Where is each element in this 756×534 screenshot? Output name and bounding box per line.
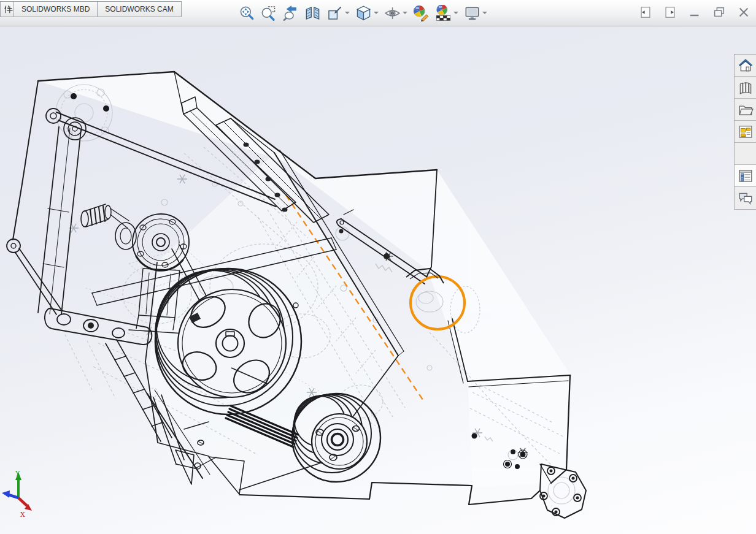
collapse-left-pane-button[interactable] — [638, 5, 653, 20]
ball-checker-icon — [435, 5, 452, 21]
heads-up-toolbar — [237, 2, 488, 24]
apply-scene-group — [434, 3, 459, 23]
home-icon — [738, 58, 754, 74]
tab-partial[interactable]: 件 — [0, 1, 14, 17]
close-icon — [737, 6, 750, 19]
view-orientation-icon — [326, 5, 343, 21]
previous-view-icon — [282, 5, 299, 21]
view-palette-icon — [738, 124, 754, 140]
edit-appearance-button[interactable] — [412, 3, 430, 23]
zoom-area-icon — [260, 5, 277, 21]
minimize-icon — [688, 6, 701, 19]
view-orientation-button[interactable] — [325, 3, 344, 23]
task-pane-tab-view-palette[interactable] — [735, 121, 756, 143]
custom-properties-icon — [738, 168, 754, 184]
tab-solidworks-cam[interactable]: SOLIDWORKS CAM — [97, 1, 181, 17]
display-style-dropdown[interactable] — [372, 3, 379, 23]
close-button[interactable] — [736, 5, 751, 20]
restore-button[interactable] — [712, 5, 727, 20]
hide-show-items-dropdown[interactable] — [401, 3, 408, 23]
window-controls — [638, 5, 751, 20]
tab-solidworks-mbd[interactable]: SOLIDWORKS MBD — [14, 1, 98, 17]
file-explorer-icon — [738, 102, 754, 118]
cjk-character-glyph — [4, 4, 13, 14]
forum-icon — [738, 190, 754, 206]
view-orientation-dropdown[interactable] — [344, 3, 350, 23]
task-pane-tab-design-library[interactable] — [735, 77, 756, 99]
restore-icon — [712, 6, 726, 19]
display-style-group — [354, 3, 379, 23]
pane-right-icon — [663, 6, 677, 19]
tab-label: SOLIDWORKS CAM — [105, 5, 173, 13]
pane-left-icon — [639, 6, 652, 19]
view-settings-dropdown[interactable] — [481, 3, 488, 23]
display-style-icon — [355, 5, 372, 21]
view-orientation-group — [325, 3, 350, 23]
minimize-button[interactable] — [687, 5, 702, 20]
hide-show-items-button[interactable] — [383, 3, 401, 23]
apply-scene-dropdown[interactable] — [452, 3, 459, 23]
collapse-right-pane-button[interactable] — [663, 5, 677, 20]
previous-view-group — [281, 3, 299, 23]
top-bar: 件SOLIDWORKS MBDSOLIDWORKS CAM — [0, 0, 756, 26]
zoom-fit-icon — [238, 5, 255, 21]
zoom-to-area-group — [259, 3, 277, 23]
task-pane-tab-custom-properties[interactable] — [735, 165, 756, 187]
design-library-icon — [738, 80, 754, 96]
eye-icon — [384, 5, 401, 21]
edit-appearance-group — [412, 3, 430, 23]
section-view-group — [303, 3, 322, 23]
graphics-area[interactable] — [0, 26, 756, 534]
solidworks-window: Y X 件SOLIDWORKS MBDSOLIDWORKS CAM — [0, 0, 756, 534]
monitor-icon — [464, 5, 480, 21]
task-pane-tabs — [734, 54, 756, 210]
display-style-button[interactable] — [354, 3, 372, 23]
hide-show-items-group — [383, 3, 408, 23]
zoom-to-fit-group — [237, 3, 255, 23]
apply-scene-button[interactable] — [434, 3, 452, 23]
zoom-to-fit-button[interactable] — [237, 3, 255, 23]
task-pane-tab-solidworks-resources[interactable] — [735, 55, 756, 77]
view-settings-button[interactable] — [463, 3, 481, 23]
section-view-icon — [304, 5, 321, 21]
ball-pencil-icon — [413, 5, 430, 21]
tab-label: SOLIDWORKS MBD — [21, 5, 90, 13]
section-view-button[interactable] — [303, 3, 322, 23]
previous-view-button[interactable] — [281, 3, 299, 23]
task-pane-tab-appearances-scenes[interactable] — [735, 143, 756, 165]
task-pane-tab-solidworks-forum[interactable] — [735, 187, 756, 209]
appearances-icon — [738, 146, 754, 162]
commandmanager-tabs: 件SOLIDWORKS MBDSOLIDWORKS CAM — [0, 1, 182, 17]
task-pane-tab-file-explorer[interactable] — [735, 99, 756, 121]
zoom-to-area-button[interactable] — [259, 3, 277, 23]
view-settings-group — [463, 3, 488, 23]
